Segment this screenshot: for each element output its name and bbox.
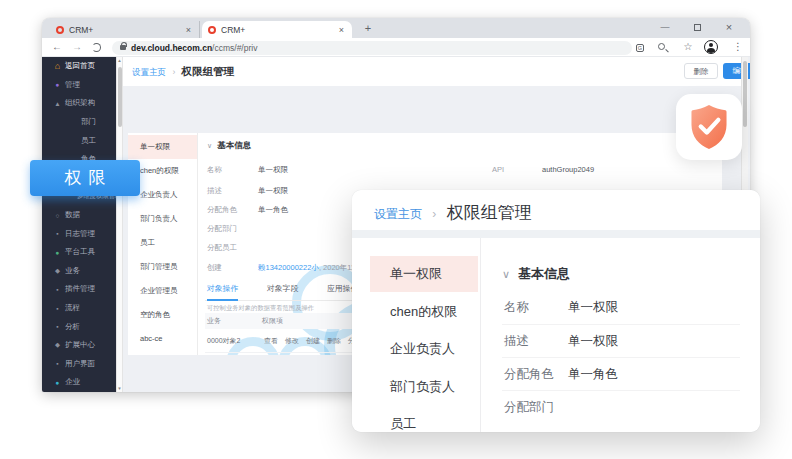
sidebar-item-label: 数据 xyxy=(65,210,80,220)
page-title: 权限组管理 xyxy=(447,203,532,222)
browser-tab-active[interactable]: CRM+ × xyxy=(202,21,352,38)
field-label: 分配部门 xyxy=(504,391,554,424)
tab-close-icon[interactable]: × xyxy=(184,25,193,35)
window-minimize-button[interactable]: — xyxy=(650,18,680,38)
sidebar-item-label: 返回首页 xyxy=(65,61,95,71)
sidebar-item-部门[interactable]: 部门 xyxy=(42,113,116,132)
perm-group-item[interactable]: lin权限 xyxy=(128,351,197,355)
sidebar-item-label: 日志管理 xyxy=(65,229,95,239)
app-sidebar: ⌂返回首页●管理▲组织架构部门员工角色权限多维度权限管理○数据▪日志管理●平台工… xyxy=(42,57,116,392)
sidebar-item-用户界面[interactable]: ▪用户界面 xyxy=(42,355,116,374)
perm-group-item[interactable]: 员工 xyxy=(128,231,197,255)
url-omnibox[interactable]: dev.cloud.hecom.cn/ccms/#/priv xyxy=(112,41,632,55)
sidebar-scrollbar[interactable]: ▲ ▼ xyxy=(116,57,123,392)
breadcrumb-separator: › xyxy=(172,67,175,77)
perm-group-item[interactable]: 企业管理员 xyxy=(128,279,197,303)
sidebar-item-label: 管理 xyxy=(65,80,80,90)
permission-tag[interactable]: 修改 xyxy=(285,353,299,356)
permission-tag[interactable]: 删除 xyxy=(327,329,341,353)
perm-group-item[interactable]: 单一权限 xyxy=(370,256,478,292)
perm-group-item[interactable]: abc-ce xyxy=(128,327,197,351)
field-label: 名称 xyxy=(504,291,529,324)
perm-group-item[interactable]: 企业负责人 xyxy=(370,331,478,367)
delete-button[interactable]: 删除 xyxy=(684,63,718,79)
sidebar-item-员工[interactable]: 员工 xyxy=(42,131,116,150)
browser-tab-inactive[interactable]: CRM+ × xyxy=(50,21,200,38)
sidebar-item-label: 分析 xyxy=(65,322,80,332)
tab-对象字段[interactable]: 对象字段 xyxy=(267,283,298,299)
breadcrumb-bar: 设置主页 › 权限组管理 删除 编辑 xyxy=(123,57,741,86)
sidebar-item-流程[interactable]: ▪流程 xyxy=(42,299,116,318)
sidebar-item-label: 部门 xyxy=(81,117,96,127)
sidebar-item-组织架构[interactable]: ▲组织架构 xyxy=(42,94,116,113)
zoom-preview-panel: 设置主页 › 权限组管理 单一权限chen的权限企业负责人部门负责人员工 ∨基本… xyxy=(352,190,760,432)
back-button-icon[interactable]: ← xyxy=(48,38,66,57)
window-close-button[interactable]: × xyxy=(714,18,744,38)
perm-group-item[interactable]: 空的角色 xyxy=(128,303,197,327)
biz-icon: ◆ xyxy=(52,267,63,275)
translate-icon[interactable]: G xyxy=(632,38,648,57)
sidebar-item-平台工具[interactable]: ●平台工具 xyxy=(42,243,116,262)
field-描述: 描述单一权限 xyxy=(502,324,740,357)
permission-tag[interactable]: 查看 xyxy=(264,353,278,356)
permission-tag[interactable]: 修改 xyxy=(285,329,299,353)
sidebar-item-label: 员工 xyxy=(81,136,96,146)
desktop-background: CRM+ × CRM+ × + — × ← → dev.cloud.hecom.… xyxy=(0,0,792,459)
perm-group-item[interactable]: 部门负责人 xyxy=(128,207,197,231)
tab-hint-text: 可控制业务对象的数据查看范围及操作 xyxy=(207,304,314,313)
clock-icon: ○ xyxy=(52,212,63,219)
sidebar-item-label: 流程 xyxy=(65,303,80,313)
reload-icon[interactable] xyxy=(92,43,101,52)
sidebar-item-返回首页[interactable]: ⌂返回首页 xyxy=(42,57,116,76)
permission-tag[interactable]: 删除 xyxy=(327,353,341,356)
home-icon: ⌂ xyxy=(52,61,63,71)
permission-tag[interactable]: 创建 xyxy=(306,329,320,353)
bookmark-star-icon[interactable]: ☆ xyxy=(680,38,696,57)
plugin-icon: ▪ xyxy=(52,286,63,293)
profile-avatar[interactable] xyxy=(704,40,718,54)
sidebar-item-日志管理[interactable]: ▪日志管理 xyxy=(42,224,116,243)
browser-menu-icon[interactable]: ⋮ xyxy=(730,38,746,57)
scrollbar-thumb[interactable] xyxy=(743,61,747,127)
sidebar-item-数据[interactable]: ○数据 xyxy=(42,206,116,225)
breadcrumb-link[interactable]: 设置主页 xyxy=(132,67,166,77)
sidebar-item-管理[interactable]: ●管理 xyxy=(42,76,116,95)
tab-对象操作[interactable]: 对象操作 xyxy=(207,283,238,301)
new-tab-button[interactable]: + xyxy=(360,21,376,37)
tab-title: CRM+ xyxy=(221,25,337,35)
sidebar-item-分析[interactable]: ▪分析 xyxy=(42,317,116,336)
perm-group-item[interactable]: 部门负责人 xyxy=(370,369,478,405)
business-object-name: 不可以 xyxy=(207,353,228,356)
perm-group-item[interactable]: 员工 xyxy=(370,406,478,432)
perm-group-item[interactable]: 部门管理员 xyxy=(128,255,197,279)
tab-close-icon[interactable]: × xyxy=(337,25,346,35)
collapse-caret-icon[interactable]: ∨ xyxy=(207,142,212,149)
permission-tag[interactable]: 查看 xyxy=(264,329,278,353)
scroll-down-icon[interactable]: ▼ xyxy=(117,386,122,391)
created-by-link[interactable]: 赖13420000222小 xyxy=(258,263,319,272)
page-title: 权限组管理 xyxy=(182,65,235,77)
sidebar-item-业务[interactable]: ◆业务 xyxy=(42,262,116,281)
org-icon: ▲ xyxy=(52,100,63,107)
zoom-search-icon[interactable] xyxy=(658,43,665,50)
perm-group-item[interactable]: chen的权限 xyxy=(370,294,478,330)
permission-tag[interactable]: 创建 xyxy=(306,353,320,356)
perm-group-item[interactable]: 单一权限 xyxy=(128,135,197,159)
breadcrumb-link[interactable]: 设置主页 xyxy=(374,207,422,221)
field-分配部门: 分配部门 xyxy=(502,390,740,423)
collapse-caret-icon[interactable]: ∨ xyxy=(502,268,510,280)
scrollbar-thumb[interactable] xyxy=(118,67,122,127)
dot-green: ● xyxy=(52,249,63,256)
window-maximize-button[interactable] xyxy=(682,18,712,38)
scroll-up-icon[interactable]: ▲ xyxy=(117,58,122,63)
ui-icon: ▪ xyxy=(52,360,63,367)
crm-favicon-icon xyxy=(208,26,216,34)
section-basic-info: ∨基本信息 xyxy=(502,265,570,283)
sidebar-item-企业[interactable]: ●企业 xyxy=(42,373,116,392)
sidebar-item-扩展中心[interactable]: ◆扩展中心 xyxy=(42,336,116,355)
forward-button-icon[interactable]: → xyxy=(68,38,86,57)
crm-favicon-icon xyxy=(56,26,64,34)
tab-strip: CRM+ × CRM+ × + — × xyxy=(42,18,750,38)
sidebar-item-插件管理[interactable]: ▪插件管理 xyxy=(42,280,116,299)
sidebar-item-label: 插件管理 xyxy=(65,284,95,294)
